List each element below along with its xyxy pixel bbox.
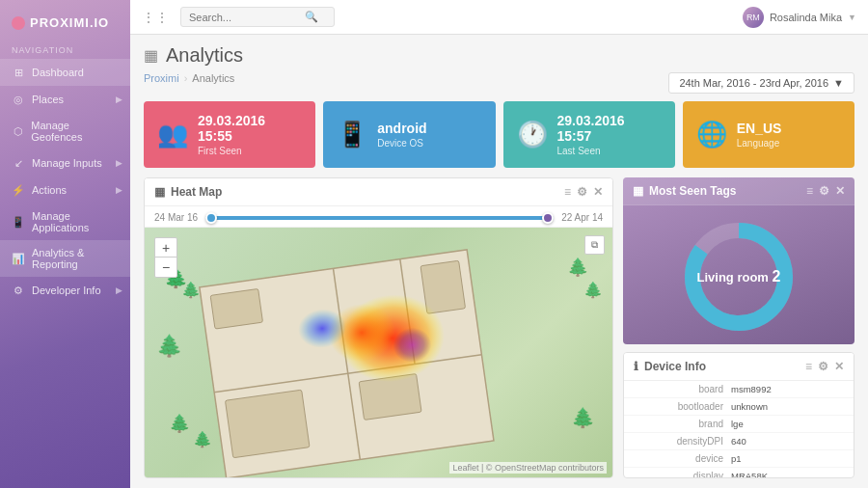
device-list-icon[interactable]: ≡ — [805, 360, 812, 373]
sidebar-item-label: Dashboard — [32, 67, 84, 78]
chevron-right-icon: ▶ — [116, 158, 122, 168]
svg-rect-8 — [225, 390, 310, 458]
device-panel-actions: ≡ ⚙ ✕ — [805, 360, 844, 373]
sidebar-item-label: Manage Applications — [32, 210, 119, 233]
topbar-left: ⋮⋮ 🔍 — [142, 7, 335, 27]
tags-icon: ▦ — [633, 184, 643, 198]
device-os-value: android — [377, 121, 426, 136]
tree-icon: 🌲 — [567, 257, 588, 278]
right-panels: ▦ Most Seen Tags ≡ ⚙ ✕ — [623, 177, 854, 478]
slider-track[interactable] — [205, 216, 554, 220]
app-name: PROXIMI.IO — [30, 15, 109, 30]
device-info-panel: ℹ Device Info ≡ ⚙ ✕ boardmsm8992bootload… — [623, 352, 854, 478]
content-area: ▦ Analytics Proximi › Analytics 24th Mar… — [130, 35, 868, 488]
sidebar-item-label: Actions — [32, 184, 67, 196]
user-name: Rosalinda Mika — [770, 12, 842, 23]
sidebar-item-manage-inputs[interactable]: ↙ Manage Inputs ▶ — [0, 149, 130, 176]
analytics-icon: 📊 — [12, 252, 25, 265]
device-key: bootloader — [632, 401, 723, 412]
floor-plan — [189, 236, 526, 477]
language-value: EN_US — [737, 121, 782, 136]
device-settings-icon[interactable]: ⚙ — [818, 360, 828, 373]
first-seen-label: First Seen — [198, 146, 302, 156]
map-layer-button[interactable]: ⧉ — [584, 235, 605, 255]
heatmap-slider[interactable]: 24 Mar 16 22 Apr 14 — [145, 206, 612, 228]
device-val: msm8992 — [731, 384, 772, 394]
tags-panel-actions: ≡ ⚙ ✕ — [806, 184, 845, 198]
stat-card-device-os: 📱 android Device OS — [323, 101, 495, 168]
sidebar-item-label: Analytics & Reporting — [32, 247, 119, 270]
heatmap-settings-icon[interactable]: ⚙ — [577, 185, 587, 199]
places-icon: ◎ — [12, 93, 25, 106]
last-seen-icon: 🕐 — [517, 120, 548, 149]
device-close-icon[interactable]: ✕ — [834, 360, 844, 373]
language-label: Language — [737, 138, 782, 149]
device-val: lge — [731, 419, 744, 429]
dashboard-icon: ⊞ — [12, 66, 25, 79]
breadcrumb-proximi[interactable]: Proximi — [144, 72, 179, 84]
sidebar-item-manage-applications[interactable]: 📱 Manage Applications — [0, 203, 130, 240]
language-icon: 🌐 — [696, 120, 727, 149]
first-seen-icon: 👥 — [157, 120, 188, 149]
date-range-chevron: ▼ — [833, 77, 844, 89]
zoom-in-button[interactable]: + — [155, 238, 176, 258]
date-range-button[interactable]: 24th Mar, 2016 - 23rd Apr, 2016 ▼ — [668, 72, 854, 94]
sidebar-item-manage-geofences[interactable]: ⬡ Manage Geofences — [0, 113, 130, 149]
device-row: devicep1 — [624, 450, 854, 468]
stat-card-first-seen: 👥 29.03.2016 15:55 First Seen — [144, 101, 315, 168]
device-os-icon: 📱 — [337, 120, 367, 149]
device-row: bootloaderunknown — [624, 398, 854, 416]
slider-thumb-left[interactable] — [205, 212, 217, 224]
search-icon: 🔍 — [305, 11, 318, 23]
heatmap-close-icon[interactable]: ✕ — [593, 185, 603, 199]
sidebar-item-label: Developer Info — [32, 285, 101, 296]
heatmap-actions: ≡ ⚙ ✕ — [564, 185, 603, 199]
slider-thumb-right[interactable] — [542, 212, 554, 224]
device-val: p1 — [731, 453, 742, 464]
heatmap-list-icon[interactable]: ≡ — [564, 185, 571, 199]
heatmap-map[interactable]: 🌲 🌲 🌲 🌲 🌲 🌲 🌲 🌲 — [145, 228, 612, 477]
logo-dot — [12, 16, 25, 30]
tags-list-icon[interactable]: ≡ — [806, 184, 813, 198]
device-key: device — [632, 453, 723, 464]
stat-card-language: 🌐 EN_US Language — [683, 101, 854, 168]
sidebar-item-actions[interactable]: ⚡ Actions ▶ — [0, 176, 130, 203]
sidebar-item-label: Manage Inputs — [32, 157, 102, 169]
sidebar-item-places[interactable]: ◎ Places ▶ — [0, 86, 130, 113]
tags-settings-icon[interactable]: ⚙ — [819, 184, 829, 198]
zoom-out-button[interactable]: − — [155, 258, 176, 277]
date-range-label: 24th Mar, 2016 - 23rd Apr, 2016 — [679, 77, 828, 89]
sidebar-item-dashboard[interactable]: ⊞ Dashboard — [0, 59, 130, 86]
stat-cards: 👥 29.03.2016 15:55 First Seen 📱 android … — [144, 101, 854, 168]
donut-chart: Living room 2 — [681, 219, 797, 335]
page-title-text: Analytics — [166, 44, 243, 67]
device-val: unknown — [731, 401, 768, 412]
app-logo: PROXIMI.IO — [0, 10, 130, 40]
device-row: densityDPI640 — [624, 433, 854, 450]
bottom-panels: ▦ Heat Map ≡ ⚙ ✕ 24 Mar 16 22 Apr — [144, 177, 854, 478]
tags-close-icon[interactable]: ✕ — [835, 184, 845, 198]
main-content: ⋮⋮ 🔍 RM Rosalinda Mika ▼ ▦ Analytics Pro… — [130, 0, 868, 488]
device-row: displayMRA58K — [624, 468, 854, 477]
sidebar-item-developer[interactable]: ⚙ Developer Info ▶ — [0, 277, 130, 304]
device-row: boardmsm8992 — [624, 381, 854, 398]
search-input[interactable] — [189, 12, 305, 23]
sidebar-item-analytics[interactable]: 📊 Analytics & Reporting — [0, 240, 130, 277]
sidebar-item-label: Manage Geofences — [31, 120, 119, 143]
last-seen-label: Last Seen — [557, 146, 662, 156]
map-attribution: Leaflet | © OpenStreetMap contributors — [449, 462, 607, 474]
breadcrumb-separator: › — [184, 72, 188, 84]
svg-rect-5 — [210, 288, 262, 329]
tree-icon: 🌲 — [571, 406, 595, 429]
inputs-icon: ↙ — [12, 156, 25, 170]
search-box[interactable]: 🔍 — [180, 7, 335, 27]
breadcrumb-analytics: Analytics — [192, 72, 234, 84]
device-os-label: Device OS — [377, 138, 426, 149]
device-val: MRA58K — [731, 471, 768, 477]
device-key: board — [632, 384, 723, 394]
tree-icon: 🌲 — [156, 334, 182, 359]
stat-card-last-seen: 🕐 29.03.2016 15:57 Last Seen — [503, 101, 675, 168]
chevron-right-icon: ▶ — [116, 185, 122, 195]
tree-icon: 🌲 — [169, 413, 190, 434]
donut-count: 2 — [773, 268, 781, 285]
